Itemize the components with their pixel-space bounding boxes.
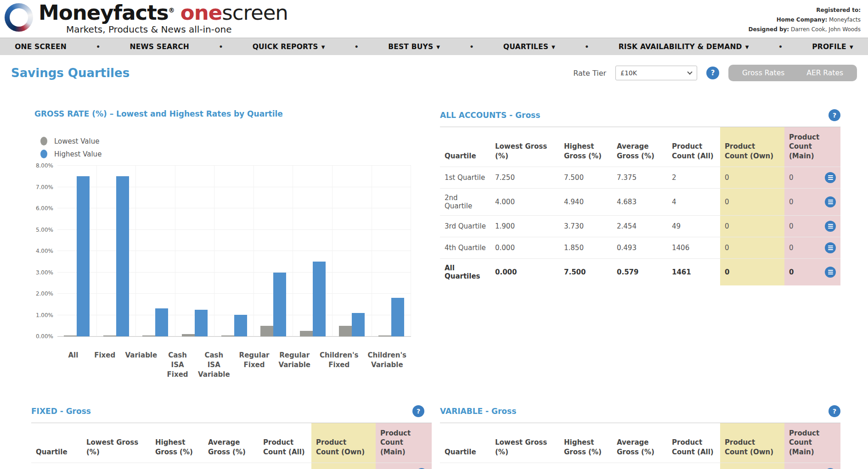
lowest-value-bar[interactable] bbox=[182, 334, 195, 336]
highest-value-bar[interactable] bbox=[155, 308, 168, 336]
nav-item-one-screen[interactable]: ONE SCREEN bbox=[15, 43, 67, 51]
value-cell: 7.500 bbox=[151, 463, 203, 469]
main-count-value: 0 bbox=[789, 268, 794, 276]
chevron-down-icon: ▼ bbox=[850, 45, 853, 50]
nav-item-news-search[interactable]: NEWS SEARCH bbox=[130, 43, 189, 51]
main-count-cell: 0 bbox=[789, 196, 836, 207]
column-header: Product Count (Own) bbox=[311, 423, 376, 463]
quartile-cell: 3rd Quartile bbox=[440, 215, 490, 237]
column-header: Lowest Gross (%) bbox=[490, 127, 559, 167]
column-header: Product Count (Main) bbox=[784, 423, 840, 463]
help-icon[interactable]: ? bbox=[706, 67, 719, 79]
lowest-value-bar[interactable] bbox=[221, 335, 234, 336]
table-row: 2nd Quartile4.0004.9404.683400 bbox=[440, 188, 840, 215]
quartile-table: QuartileLowest Gross (%)Highest Gross (%… bbox=[440, 127, 840, 285]
column-header: Quartile bbox=[440, 423, 490, 463]
row-menu-icon[interactable] bbox=[825, 172, 836, 183]
value-cell: 4.940 bbox=[559, 188, 612, 215]
column-header: Average Gross (%) bbox=[612, 423, 667, 463]
lowest-value-bar[interactable] bbox=[300, 331, 313, 336]
row-menu-icon[interactable] bbox=[825, 242, 836, 253]
help-icon[interactable]: ? bbox=[829, 405, 840, 417]
chevron-down-icon: ▼ bbox=[552, 45, 555, 50]
home-company-line: Home Company: Moneyfacts bbox=[749, 15, 861, 25]
chart-legend: Lowest ValueHighest Value bbox=[40, 137, 418, 158]
lowest-value-bar[interactable] bbox=[103, 335, 116, 336]
main-count-cell: 0 bbox=[789, 221, 836, 232]
nav-item-label: BEST BUYS bbox=[388, 43, 433, 51]
gross-rates-button[interactable]: Gross Rates bbox=[731, 69, 795, 77]
main-count-value: 0 bbox=[789, 173, 794, 182]
app-header: Moneyfacts® onescreen Markets, Products … bbox=[0, 0, 868, 38]
nav-item-label: QUARTILES bbox=[503, 43, 548, 51]
lowest-value-bar[interactable] bbox=[339, 326, 352, 336]
variable-panel: VARIABLE - Gross ? QuartileLowest Gross … bbox=[440, 405, 840, 469]
value-cell: 0 bbox=[720, 215, 784, 237]
help-icon[interactable]: ? bbox=[412, 405, 424, 417]
value-cell: 0 bbox=[784, 463, 840, 469]
value-cell: 1.850 bbox=[559, 237, 612, 258]
table-row: All Quartiles0.0007.5000.579146100 bbox=[440, 258, 840, 285]
x-axis-labels: AllFixedVariableCash ISA FixedCash ISA V… bbox=[57, 351, 411, 380]
lowest-value-bar[interactable] bbox=[260, 326, 273, 336]
rate-tier-select[interactable]: £10K bbox=[615, 66, 697, 80]
brand-text: Moneyfacts® onescreen bbox=[39, 2, 288, 23]
brand-one: one bbox=[180, 0, 222, 25]
value-cell: 49 bbox=[667, 215, 720, 237]
highest-value-bar[interactable] bbox=[391, 298, 404, 336]
column-header: Product Count (All) bbox=[667, 423, 720, 463]
value-cell: 0 bbox=[784, 167, 840, 188]
highest-value-bar[interactable] bbox=[313, 262, 326, 336]
highest-value-bar[interactable] bbox=[195, 310, 208, 336]
bar-group bbox=[175, 166, 214, 336]
value-cell: 4 bbox=[667, 188, 720, 215]
lowest-value-bar[interactable] bbox=[64, 335, 77, 336]
bar-group bbox=[332, 166, 372, 336]
bar-groups bbox=[57, 166, 411, 336]
aer-rates-button[interactable]: AER Rates bbox=[795, 69, 854, 77]
highest-value-bar[interactable] bbox=[77, 176, 90, 336]
highest-value-bar[interactable] bbox=[273, 273, 286, 337]
highest-value-bar[interactable] bbox=[234, 315, 247, 336]
nav-item-profile[interactable]: PROFILE▼ bbox=[812, 43, 853, 51]
nav-item-quick-reports[interactable]: QUICK REPORTS▼ bbox=[253, 43, 325, 51]
nav-item-best-buys[interactable]: BEST BUYS▼ bbox=[388, 43, 440, 51]
chevron-down-icon: ▼ bbox=[436, 45, 440, 50]
y-tick-label: 7.00% bbox=[36, 184, 53, 190]
all-accounts-table-wrap: QuartileLowest Gross (%)Highest Gross (%… bbox=[440, 127, 840, 285]
quartile-cell: 1st Quartile bbox=[31, 463, 82, 469]
bar-group bbox=[57, 166, 96, 336]
legend-marker bbox=[40, 150, 47, 158]
table-row: 4th Quartile0.0001.8500.493140600 bbox=[440, 237, 840, 258]
value-cell: 0.493 bbox=[612, 237, 667, 258]
y-tick-label: 1.00% bbox=[36, 312, 53, 318]
highest-value-bar[interactable] bbox=[116, 176, 129, 336]
y-tick-label: 6.00% bbox=[36, 205, 53, 212]
value-cell: 1.000 bbox=[490, 463, 559, 469]
lowest-value-bar[interactable] bbox=[142, 335, 155, 336]
help-icon[interactable]: ? bbox=[829, 109, 840, 121]
nav-item-risk-availability-demand[interactable]: RISK AVAILABILITY & DEMAND▼ bbox=[619, 43, 749, 51]
row-menu-icon[interactable] bbox=[825, 221, 836, 232]
page-title: Savings Quartiles bbox=[11, 66, 130, 80]
variable-table-wrap: QuartileLowest Gross (%)Highest Gross (%… bbox=[440, 423, 840, 469]
main-count-value: 0 bbox=[789, 222, 794, 230]
value-cell: 7.375 bbox=[203, 463, 259, 469]
chart-plot: 0.00%1.00%2.00%3.00%4.00%5.00%6.00%7.00%… bbox=[57, 166, 411, 337]
quartile-cell: 1st Quartile bbox=[440, 463, 490, 469]
x-category-label: Regular Variable bbox=[274, 351, 315, 380]
lowest-value-bar[interactable] bbox=[378, 335, 391, 336]
y-tick-label: 2.00% bbox=[36, 290, 53, 297]
nav-item-quartiles[interactable]: QUARTILES▼ bbox=[503, 43, 555, 51]
fixed-title: FIXED - Gross bbox=[31, 407, 91, 416]
all-accounts-panel: ALL ACCOUNTS - Gross ? QuartileLowest Gr… bbox=[440, 109, 840, 380]
value-cell: 1461 bbox=[667, 258, 720, 285]
column-header: Highest Gross (%) bbox=[151, 423, 203, 463]
legend-item: Lowest Value bbox=[40, 137, 418, 145]
row-menu-icon[interactable] bbox=[825, 196, 836, 207]
row-menu-icon[interactable] bbox=[825, 267, 836, 278]
main-count-value: 0 bbox=[789, 198, 794, 206]
highest-value-bar[interactable] bbox=[352, 313, 365, 336]
x-category-label: Children's Fixed bbox=[315, 351, 363, 380]
brand-tagline: Markets, Products & News all-in-one bbox=[66, 24, 288, 35]
